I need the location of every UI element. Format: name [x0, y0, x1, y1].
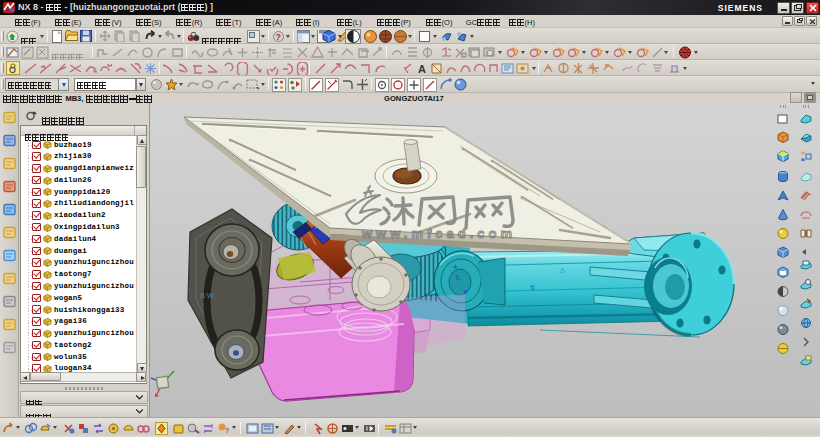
svg-text:www.mfcad.com: www.mfcad.com	[361, 226, 516, 241]
svg-text:A: A	[418, 63, 426, 75]
svg-text:▲: ▲	[452, 262, 458, 269]
svg-text:▼: ▼	[462, 288, 468, 295]
svg-text:⇅: ⇅	[455, 274, 461, 281]
svg-text:⇅: ⇅	[530, 284, 536, 291]
svg-text:?: ?	[276, 32, 282, 42]
svg-text:△: △	[560, 266, 565, 273]
svg-text:S·W: S·W	[200, 292, 214, 299]
svg-text:?: ?	[225, 427, 229, 434]
